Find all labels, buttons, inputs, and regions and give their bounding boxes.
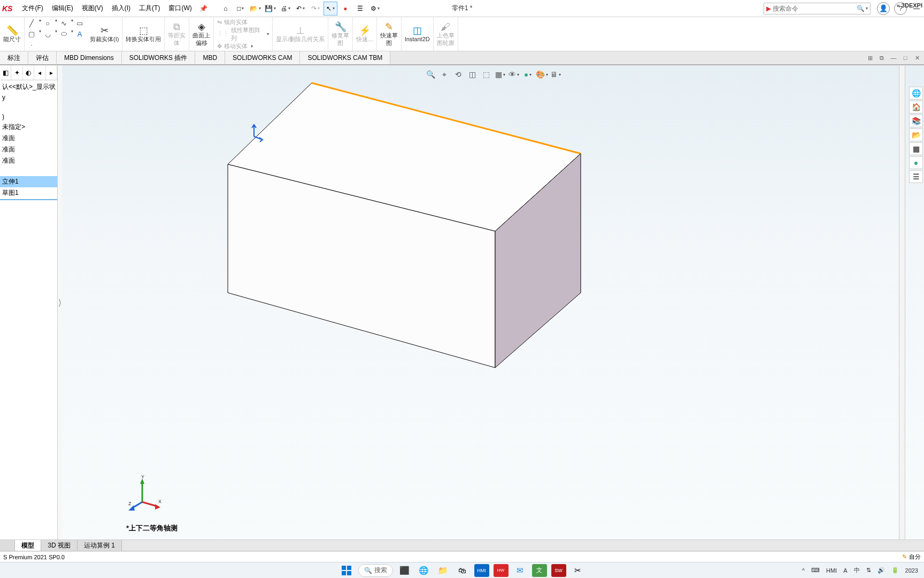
taskbar-store-icon[interactable]: 🛍 [455,564,470,577]
panel-tab-config[interactable]: ◐ [23,66,34,80]
taskbar-mail-icon[interactable]: ✉ [513,564,528,577]
task-view-button[interactable]: ⬛ [397,564,412,577]
tray-chevron-icon[interactable]: ^ [800,567,806,574]
select-button[interactable]: ↖▾ [324,2,337,16]
spline-icon[interactable]: ∿ [59,18,68,28]
side-panel-label[interactable]: « 3DEXPI [896,0,923,11]
save-button[interactable]: 💾▾ [264,2,278,16]
convert-entities-tool[interactable]: ⬚ 转换实体引用 [122,17,165,51]
tree-plane-right[interactable]: 准面 [0,155,57,166]
arc-icon[interactable]: ◡ [43,29,52,39]
trim-tool[interactable]: ✂ 剪裁实体(I) [87,17,122,51]
task-library-icon[interactable]: 📚 [909,115,923,127]
tray-input-icon[interactable]: ⌨ [810,567,821,574]
chevron-down-icon[interactable]: ▾ [71,18,73,28]
instant2d-tool[interactable]: ◫ Instant2D [402,17,434,51]
tree-sketch[interactable]: 草图1 [0,187,57,199]
bottom-tab-motion[interactable]: 运动算例 1 [78,540,122,551]
chevron-down-icon[interactable]: ▾ [55,18,57,28]
redo-button[interactable]: ↷▾ [309,2,322,16]
tab-sw-cam[interactable]: SOLIDWORKS CAM [225,51,300,64]
pattern-label[interactable]: 线性草图阵列 [231,26,264,42]
user-button[interactable]: 👤 [877,2,890,15]
offset-entities-tool[interactable]: ⧉ 等距实 体 [165,17,189,51]
point-icon[interactable]: · [27,40,36,49]
viewport-close-icon[interactable]: ✕ [912,53,922,63]
3d-viewport[interactable]: 🔍 ⌖ ⟲ ◫ ⬚ ▦▾ 👁▾ ●▾ 🎨▾ 🖥▾ [62,65,924,539]
taskbar-snip-icon[interactable]: ✂ [571,564,586,577]
panel-tab-prev[interactable]: ◂ [34,66,45,80]
relations-tool[interactable]: ⊥ 显示/删除几何关系 [273,17,328,51]
taskbar-wps-icon[interactable]: 文 [532,564,547,577]
task-resources-icon[interactable]: 🌐 [909,87,923,100]
tab-evaluate[interactable]: 评估 [28,51,57,64]
bottom-tab-3dview[interactable]: 3D 视图 [41,540,78,551]
start-button[interactable] [339,564,354,577]
tab-mbd[interactable]: MBD [195,51,225,64]
mirror-label[interactable]: 镜向实体 [224,18,248,26]
tab-sw-cam-tbm[interactable]: SOLIDWORKS CAM TBM [300,51,390,64]
quick-sketch-tool[interactable]: ✎ 快速草 图 [377,17,402,51]
taskbar-huawei-icon[interactable]: HW [494,564,509,577]
tab-mbd-dimensions[interactable]: MBD Dimensions [57,51,122,64]
tree-config[interactable]: 认<<默认>_显示状 [0,81,57,93]
taskbar-solidworks-icon[interactable]: SW [551,564,566,577]
tree-history[interactable]: y [0,93,57,102]
menu-edit[interactable]: 编辑(E) [48,0,78,17]
tree-origin[interactable] [0,166,57,176]
tray-battery-icon[interactable]: 🔋 [890,567,900,574]
tree-plane-front[interactable]: 准面 [0,133,57,144]
task-home-icon[interactable]: 🏠 [909,101,923,113]
tray-wifi-icon[interactable]: ⇅ [865,567,873,574]
taskbar-search[interactable]: 🔍 搜索 [358,564,393,577]
tree-extrude-feature[interactable]: 立伸1 [0,176,57,187]
taskbar-edge-icon[interactable]: 🌐 [417,564,432,577]
task-appearances-icon[interactable]: ● [909,156,923,169]
chevron-down-icon[interactable]: ▾ [71,29,73,39]
rebuild-button[interactable]: ● [338,2,352,16]
ellipse-icon[interactable]: ⬭ [59,29,68,39]
move-label[interactable]: 移动实体 [224,42,248,50]
tray-ime-icon[interactable]: 中 [852,566,861,574]
task-explorer-icon[interactable]: 📂 [909,128,923,141]
bottom-tab-prev[interactable] [0,540,15,551]
taskbar-hmi-icon[interactable]: HMI [474,564,489,577]
viewport-tile-icon[interactable]: ⊞ [865,53,875,63]
repair-sketch-tool[interactable]: 🔧 修复草 图 [328,17,353,51]
pin-icon[interactable]: 📌 [196,5,211,12]
tree-material[interactable]: 未指定> [0,121,57,133]
circle-icon[interactable]: ○ [43,18,52,28]
print-button[interactable]: 🖨▾ [279,2,292,16]
tray-volume-icon[interactable]: 🔊 [876,567,887,574]
bottom-tab-model[interactable]: 模型 [15,540,41,551]
panel-tab-property[interactable]: ✦ [11,66,22,80]
menu-window[interactable]: 窗口(W) [164,0,196,17]
tree-sensors[interactable] [0,102,57,112]
viewport-popout-icon[interactable]: ⧉ [877,53,887,63]
task-pane-resize-handle[interactable] [899,65,905,539]
home-button[interactable]: ⌂ [219,2,233,16]
open-button[interactable]: 📂▾ [249,2,263,16]
chevron-down-icon[interactable]: ▾ [39,29,41,39]
list-button[interactable]: ☰ [353,2,367,16]
task-view-palette-icon[interactable]: ▦ [909,142,923,155]
tree-plane-top[interactable]: 准面 [0,144,57,155]
menu-tools[interactable]: 工具(T) [135,0,164,17]
panel-splitter[interactable]: ⟩ [58,65,62,539]
new-button[interactable]: □▾ [234,2,248,16]
undo-button[interactable]: ↶▾ [294,2,307,16]
text-icon[interactable]: A [75,29,84,39]
task-properties-icon[interactable]: ☰ [909,170,923,183]
status-edit-icon[interactable]: ✎ [902,553,907,560]
rectangle-icon[interactable]: ▢ [27,29,36,39]
tab-sw-addins[interactable]: SOLIDWORKS 插件 [122,51,196,64]
surface-offset-tool[interactable]: ◈ 曲面上 偏移 [189,17,214,51]
search-box[interactable]: ▶ 🔍 ▾ [764,3,871,14]
tree-annotations[interactable]: ) [0,112,57,121]
tray-app-icon[interactable]: A [842,567,849,574]
tab-annotate[interactable]: 标注 [0,51,28,64]
viewport-maximize-icon[interactable]: □ [900,53,910,63]
menu-view[interactable]: 视图(V) [78,0,107,17]
viewport-minimize-icon[interactable]: — [889,53,898,63]
chevron-down-icon[interactable]: ▾ [39,18,41,28]
